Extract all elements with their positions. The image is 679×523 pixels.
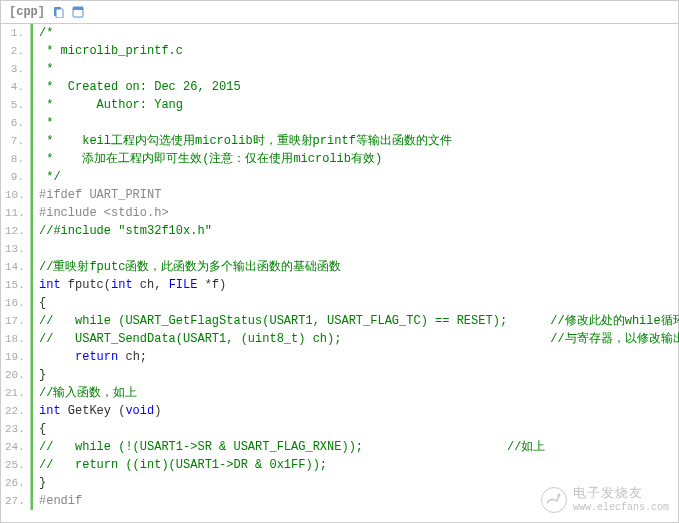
line-number: 25. (5, 456, 24, 474)
code-line: //输入函数，如上 (39, 384, 679, 402)
code-line: #include <stdio.h> (39, 204, 679, 222)
code-line: #endif (39, 492, 679, 510)
code-line: // while (USART_GetFlagStatus(USART1, US… (39, 312, 679, 330)
line-number: 6. (5, 114, 24, 132)
code-line: //#include "stm32f10x.h" (39, 222, 679, 240)
code-line: int fputc(int ch, FILE *f) (39, 276, 679, 294)
code-line: int GetKey (void) (39, 402, 679, 420)
line-number: 3. (5, 60, 24, 78)
line-number: 2. (5, 42, 24, 60)
line-gutter: 1.2.3.4.5.6.7.8.9.10.11.12.13.14.15.16.1… (1, 24, 31, 510)
code-viewer: [cpp] 1.2.3.4.5.6.7.8.9.10.11.12.13.14.1… (0, 0, 679, 523)
line-number: 21. (5, 384, 24, 402)
line-number: 12. (5, 222, 24, 240)
header: [cpp] (1, 1, 678, 24)
code-line: } (39, 366, 679, 384)
line-number: 18. (5, 330, 24, 348)
line-number: 17. (5, 312, 24, 330)
code-content: /* * microlib_printf.c * * Created on: D… (31, 24, 679, 510)
code-line: * (39, 114, 679, 132)
code-line: * Author: Yang (39, 96, 679, 114)
code-line: * 添加在工程内即可生效(注意：仅在使用microlib有效) (39, 150, 679, 168)
code-line: } (39, 474, 679, 492)
code-line: * Created on: Dec 26, 2015 (39, 78, 679, 96)
code-line: { (39, 420, 679, 438)
line-number: 7. (5, 132, 24, 150)
code-line: // USART_SendData(USART1, (uint8_t) ch);… (39, 330, 679, 348)
line-number: 22. (5, 402, 24, 420)
line-number: 24. (5, 438, 24, 456)
line-number: 11. (5, 204, 24, 222)
code-line (39, 240, 679, 258)
line-number: 1. (5, 24, 24, 42)
code-line: /* (39, 24, 679, 42)
code-line: * microlib_printf.c (39, 42, 679, 60)
code-line: { (39, 294, 679, 312)
code-line: // while (!(USART1->SR & USART_FLAG_RXNE… (39, 438, 679, 456)
line-number: 20. (5, 366, 24, 384)
code-area: 1.2.3.4.5.6.7.8.9.10.11.12.13.14.15.16.1… (1, 24, 678, 510)
code-line: */ (39, 168, 679, 186)
svg-rect-1 (56, 9, 63, 18)
line-number: 23. (5, 420, 24, 438)
code-line: return ch; (39, 348, 679, 366)
code-line: //重映射fputc函数，此函数为多个输出函数的基础函数 (39, 258, 679, 276)
svg-rect-3 (73, 7, 83, 10)
line-number: 14. (5, 258, 24, 276)
line-number: 26. (5, 474, 24, 492)
copy-icon[interactable] (51, 5, 65, 19)
line-number: 9. (5, 168, 24, 186)
line-number: 8. (5, 150, 24, 168)
line-number: 16. (5, 294, 24, 312)
line-number: 19. (5, 348, 24, 366)
language-tag: [cpp] (9, 5, 45, 19)
view-icon[interactable] (71, 5, 85, 19)
code-line: * keil工程内勾选使用microlib时，重映射printf等输出函数的文件 (39, 132, 679, 150)
line-number: 27. (5, 492, 24, 510)
code-line: // return ((int)(USART1->DR & 0x1FF)); (39, 456, 679, 474)
code-line: #ifdef UART_PRINT (39, 186, 679, 204)
code-line: * (39, 60, 679, 78)
line-number: 5. (5, 96, 24, 114)
line-number: 15. (5, 276, 24, 294)
line-number: 13. (5, 240, 24, 258)
line-number: 4. (5, 78, 24, 96)
line-number: 10. (5, 186, 24, 204)
